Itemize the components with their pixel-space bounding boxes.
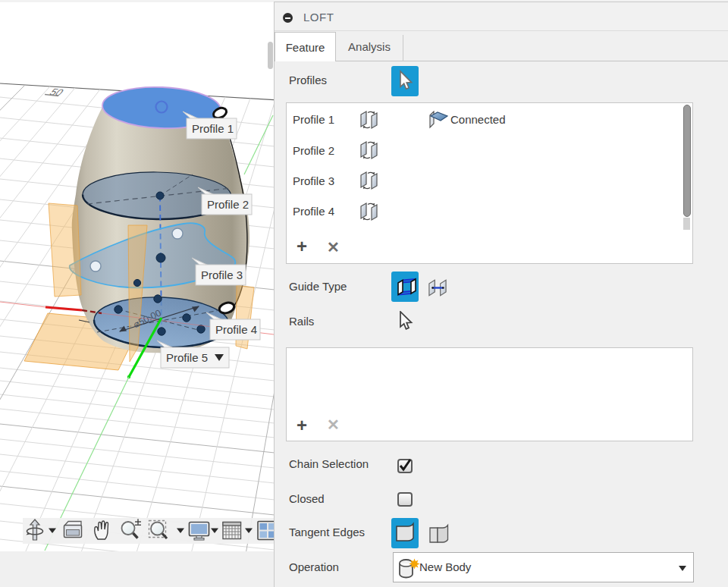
svg-text:Profile 4: Profile 4 (215, 323, 257, 336)
svg-text:Profile 3: Profile 3 (201, 268, 243, 281)
svg-text:Profile 2: Profile 2 (207, 198, 249, 211)
svg-text:Profile 1: Profile 1 (192, 122, 234, 135)
svg-text:Profile 5: Profile 5 (166, 351, 208, 364)
